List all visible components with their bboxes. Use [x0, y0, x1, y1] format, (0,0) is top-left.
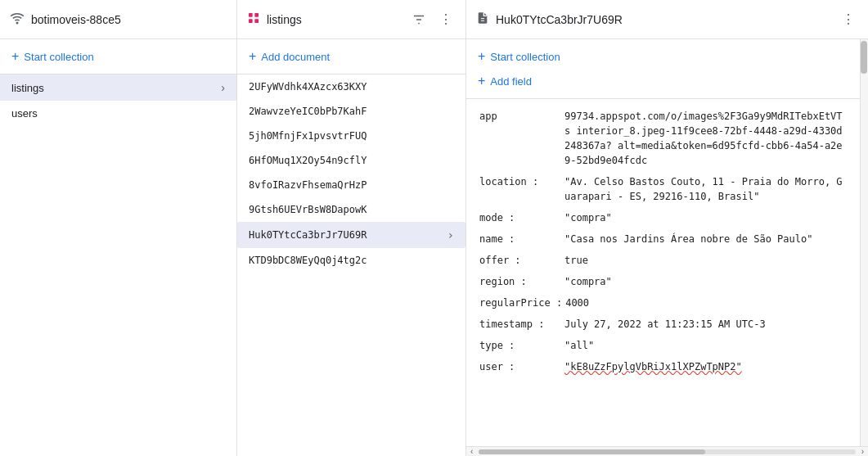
- field-value-mode: "compra": [564, 210, 612, 225]
- field-key-user: user :: [479, 359, 561, 374]
- filter-icon[interactable]: [408, 9, 430, 30]
- doc-item-4[interactable]: 6HfOMuq1X2Oy54n9cflY: [237, 148, 465, 173]
- plus-icon-left: +: [11, 49, 19, 64]
- v-scroll-thumb[interactable]: [861, 41, 867, 74]
- field-value-name: "Casa nos Jardins Área nobre de São Paul…: [564, 232, 812, 246]
- start-collection-label: Start collection: [24, 51, 93, 63]
- scroll-right-arrow[interactable]: ›: [859, 446, 866, 456]
- svg-rect-3: [249, 19, 253, 23]
- sidebar-item-users[interactable]: users: [0, 101, 236, 126]
- mid-panel-actions: + Add document: [237, 39, 465, 74]
- left-panel-header: botimoveis-88ce5: [0, 0, 237, 38]
- add-document-btn[interactable]: + Add document: [249, 47, 454, 65]
- listings-icon: [247, 11, 260, 27]
- doc-item-1[interactable]: 2UFyWVdhk4XAzcx63KXY: [237, 74, 465, 99]
- field-row-location: location : "Av. Celso Bastos Couto, 11 -…: [466, 171, 857, 207]
- field-key-timestamp: timestamp :: [479, 317, 561, 332]
- field-row-regularprice: regularPrice : 4000: [466, 292, 857, 314]
- field-value-app: 99734.appspot.com/o/images%2F3Ga9y9MdRIT…: [564, 109, 843, 168]
- mid-header-icons: ⋮: [408, 8, 456, 30]
- field-key-name: name :: [479, 232, 561, 246]
- collections-list: listings › users: [0, 74, 236, 126]
- svg-rect-4: [254, 19, 259, 23]
- field-value-type: "all": [564, 338, 594, 353]
- doc-item-2[interactable]: 2WawvzeYeIC0bPb7KahF: [237, 99, 465, 124]
- top-bar: botimoveis-88ce5 listings ⋮: [0, 0, 868, 39]
- users-label: users: [11, 107, 38, 120]
- field-key-offer: offer :: [479, 253, 561, 268]
- horizontal-scrollbar[interactable]: ‹ ›: [466, 446, 868, 456]
- field-row-user: user : "kE8uZzFpylgVbRiJx1lXPZwTpNP2": [466, 356, 857, 377]
- field-value-location: "Av. Celso Bastos Couto, 11 - Praia do M…: [564, 174, 843, 204]
- field-key-location: location :: [479, 174, 561, 189]
- start-collection-btn[interactable]: + Start collection: [11, 47, 225, 65]
- listings-label: listings: [11, 82, 44, 94]
- field-row-timestamp: timestamp : July 27, 2022 at 11:23:15 AM…: [466, 314, 857, 335]
- right-start-collection-label: Start collection: [490, 51, 560, 63]
- field-row-mode: mode : "compra": [466, 207, 857, 228]
- field-row-region: region : "compra": [466, 271, 857, 292]
- svg-point-0: [16, 22, 18, 24]
- left-panel: + Start collection listings › users: [0, 39, 237, 456]
- chevron-right-doc7: ›: [447, 228, 454, 242]
- field-row-type: type : "all": [466, 335, 857, 356]
- main-content: + Start collection listings › users + Ad…: [0, 39, 868, 456]
- field-value-timestamp: July 27, 2022 at 11:23:15 AM UTC-3: [564, 317, 766, 332]
- doc-title: Huk0TYtcCa3brJr7U69R: [496, 13, 623, 26]
- field-row-offer: offer : true: [466, 250, 857, 271]
- mid-panel-header: listings ⋮: [237, 0, 466, 38]
- right-panel-header: Huk0TYtcCa3brJr7U69R ⋮: [466, 0, 868, 38]
- scroll-thumb[interactable]: [479, 449, 704, 454]
- field-key-region: region :: [479, 274, 561, 289]
- right-panel-actions: + Start collection + Add field: [466, 39, 868, 99]
- field-value-regularprice: 4000: [565, 296, 589, 310]
- field-key-type: type :: [479, 338, 561, 353]
- scroll-track[interactable]: [479, 449, 855, 454]
- plus-icon-right2: +: [478, 74, 485, 88]
- field-value-offer: true: [564, 253, 588, 268]
- doc-item-8[interactable]: KTD9bDC8WEyQq0j4tg2c: [237, 248, 465, 273]
- mid-panel: + Add document 2UFyWVdhk4XAzcx63KXY 2Waw…: [237, 39, 466, 456]
- field-key-app: app: [479, 109, 561, 124]
- field-key-mode: mode :: [479, 210, 561, 225]
- field-row-app: app 99734.appspot.com/o/images%2F3Ga9y9M…: [466, 106, 857, 171]
- field-key-regularprice: regularPrice :: [479, 296, 562, 310]
- wifi-icon: [10, 11, 25, 29]
- right-start-collection-btn[interactable]: + Start collection: [478, 47, 857, 65]
- svg-rect-2: [254, 13, 259, 17]
- left-panel-actions: + Start collection: [0, 39, 236, 74]
- more-vert-icon-right[interactable]: ⋮: [839, 8, 858, 30]
- add-field-btn[interactable]: + Add field: [478, 72, 857, 90]
- field-content: app 99734.appspot.com/o/images%2F3Ga9y9M…: [466, 99, 868, 446]
- field-row-name: name : "Casa nos Jardins Área nobre de S…: [466, 228, 857, 250]
- doc-item-3[interactable]: 5jh0MfnjFx1pvsvtrFUQ: [237, 124, 465, 148]
- more-vert-icon-mid[interactable]: ⋮: [436, 8, 456, 30]
- plus-icon-mid: +: [249, 49, 256, 64]
- plus-icon-right1: +: [478, 49, 485, 64]
- sidebar-item-listings[interactable]: listings ›: [0, 74, 236, 101]
- right-panel: + Start collection + Add field app 99734…: [466, 39, 868, 456]
- db-name: botimoveis-88ce5: [31, 13, 121, 26]
- vertical-scrollbar[interactable]: [860, 39, 868, 446]
- scroll-left-arrow[interactable]: ‹: [468, 446, 475, 456]
- svg-rect-1: [249, 13, 253, 17]
- doc-item-6[interactable]: 9Gtsh6UEVrBsW8DapowK: [237, 197, 465, 222]
- doc-item-7[interactable]: Huk0TYtcCa3brJr7U69R ›: [237, 222, 465, 248]
- doc-item-5[interactable]: 8vfoIRazvFhsemaQrHzP: [237, 173, 465, 197]
- add-document-label: Add document: [261, 51, 330, 63]
- documents-list: 2UFyWVdhk4XAzcx63KXY 2WawvzeYeIC0bPb7Kah…: [237, 74, 465, 456]
- add-field-label: Add field: [490, 75, 532, 88]
- doc-icon: [476, 11, 489, 27]
- field-value-region: "compra": [564, 274, 612, 289]
- field-value-user: "kE8uZzFpylgVbRiJx1lXPZwTpNP2": [564, 359, 742, 374]
- collection-name: listings: [267, 13, 302, 26]
- chevron-right-listings: ›: [221, 81, 225, 94]
